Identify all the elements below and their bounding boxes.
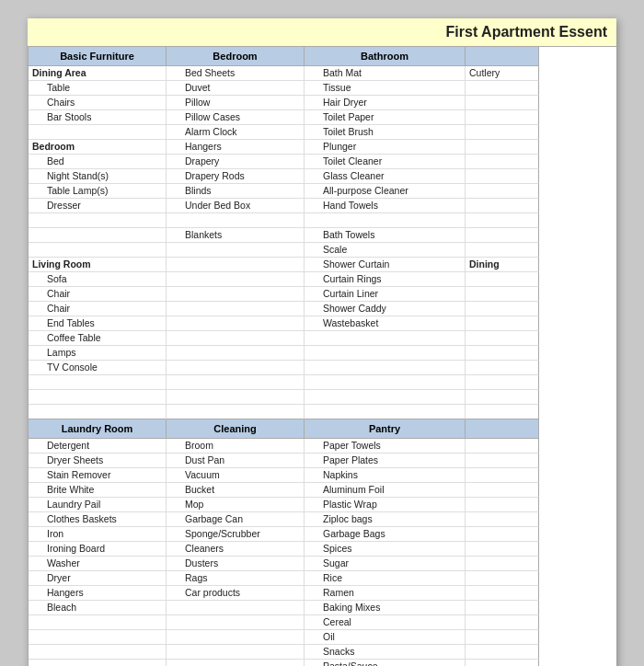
s2-r15-c1: [167, 660, 305, 666]
cell-r6-c2: Toilet Cleaner: [305, 155, 466, 169]
s2-r6-c2: Garbage Bags: [305, 527, 466, 542]
s2-r15-c0: [29, 660, 167, 666]
cell-r12-c2: Scale: [305, 243, 466, 258]
cell-r19-c0: Lamps: [29, 346, 167, 361]
cell-r21-c3: [466, 375, 539, 390]
cell-r1-c0: Table: [29, 81, 167, 96]
cell-r2-c1: Pillow: [167, 96, 305, 110]
s2-r13-c0: [29, 630, 167, 645]
s2-r3-c1: Bucket: [167, 483, 305, 498]
cell-r19-c1: [167, 346, 305, 361]
s2-r14-c2: Snacks: [305, 645, 466, 660]
cell-r20-c3: [466, 361, 539, 375]
cell-r15-c2: Curtain Liner: [305, 287, 466, 302]
cell-r12-c1: [167, 243, 305, 258]
cell-r23-c1: [167, 405, 305, 419]
cell-r18-c2: [305, 331, 466, 346]
cell-r20-c1: [167, 361, 305, 375]
s2-r2-c2: Napkins: [305, 468, 466, 483]
cell-r2-c0: Chairs: [29, 96, 167, 110]
cell-r10-c3: [466, 213, 539, 228]
s2-r2-c0: Stain Remover: [29, 468, 167, 483]
col-header-laundry: Laundry Room: [29, 419, 167, 439]
cell-r5-c2: Plunger: [305, 140, 466, 155]
cell-r6-c1: Drapery: [167, 155, 305, 169]
s2-r9-c2: Rice: [305, 571, 466, 586]
cell-r19-c3: [466, 346, 539, 361]
s2-r11-c2: Baking Mixes: [305, 601, 466, 615]
s2-r6-c0: Iron: [29, 527, 167, 542]
s2-r2-c1: Vacuum: [167, 468, 305, 483]
cell-r3-c3: [466, 110, 539, 125]
cell-r22-c2: [305, 390, 466, 405]
cell-r8-c2: All-purpose Cleaner: [305, 184, 466, 199]
cell-r6-c0: Bed: [29, 155, 167, 169]
cell-r11-c0: [29, 228, 167, 243]
s2-r7-c1: Cleaners: [167, 542, 305, 557]
cell-r15-c3: [466, 287, 539, 302]
s2-r10-c2: Ramen: [305, 586, 466, 601]
page-title: First Apartment Essent: [28, 18, 616, 47]
cell-r7-c2: Glass Cleaner: [305, 169, 466, 184]
cell-r0-c0: Dining Area: [29, 66, 167, 81]
col-header-cleaning: Cleaning: [167, 419, 305, 439]
cell-r14-c1: [167, 272, 305, 287]
s2-r1-c3: [466, 454, 539, 468]
s2-r10-c0: Hangers: [29, 586, 167, 601]
s2-r13-c2: Oil: [305, 630, 466, 645]
cell-r0-c2: Bath Mat: [305, 66, 466, 81]
cell-r13-c2: Shower Curtain: [305, 258, 466, 272]
s2-r5-c3: [466, 512, 539, 527]
cell-r16-c0: Chair: [29, 302, 167, 316]
s2-r0-c2: Paper Towels: [305, 439, 466, 454]
s2-r14-c3: [466, 645, 539, 660]
s2-r6-c1: Sponge/Scrubber: [167, 527, 305, 542]
cell-r15-c1: [167, 287, 305, 302]
cell-r4-c1: Alarm Clock: [167, 125, 305, 140]
cell-r11-c3: [466, 228, 539, 243]
cell-r23-c3: [466, 405, 539, 419]
cell-r21-c1: [167, 375, 305, 390]
cell-r8-c0: Table Lamp(s): [29, 184, 167, 199]
cell-r3-c0: Bar Stools: [29, 110, 167, 125]
cell-r13-c3: Dining: [466, 258, 539, 272]
s2-r9-c0: Dryer: [29, 571, 167, 586]
s2-r0-c0: Detergent: [29, 439, 167, 454]
s2-r13-c1: [167, 630, 305, 645]
cell-r18-c1: [167, 331, 305, 346]
s2-r0-c3: [466, 439, 539, 454]
cell-r14-c0: Sofa: [29, 272, 167, 287]
cell-r14-c3: [466, 272, 539, 287]
cell-r23-c2: [305, 405, 466, 419]
s2-r8-c1: Dusters: [167, 557, 305, 571]
cell-r11-c2: Bath Towels: [305, 228, 466, 243]
col-header-extra: [466, 47, 539, 66]
s2-r5-c1: Garbage Can: [167, 512, 305, 527]
cell-r4-c2: Toilet Brush: [305, 125, 466, 140]
cell-r4-c0: [29, 125, 167, 140]
cell-r16-c2: Shower Caddy: [305, 302, 466, 316]
s2-r5-c0: Clothes Baskets: [29, 512, 167, 527]
cell-r18-c0: Coffee Table: [29, 331, 167, 346]
cell-r9-c2: Hand Towels: [305, 199, 466, 213]
s2-r14-c1: [167, 645, 305, 660]
s2-r8-c2: Sugar: [305, 557, 466, 571]
cell-r8-c1: Blinds: [167, 184, 305, 199]
cell-r5-c0: Bedroom: [29, 140, 167, 155]
cell-r10-c1: [167, 213, 305, 228]
cell-r9-c1: Under Bed Box: [167, 199, 305, 213]
cell-r1-c1: Duvet: [167, 81, 305, 96]
cell-r9-c0: Dresser: [29, 199, 167, 213]
cell-r8-c3: [466, 184, 539, 199]
s2-r4-c3: [466, 498, 539, 512]
cell-r17-c1: [167, 316, 305, 331]
cell-r11-c1: Blankets: [167, 228, 305, 243]
cell-r13-c1: [167, 258, 305, 272]
s2-r1-c2: Paper Plates: [305, 454, 466, 468]
s2-r12-c0: [29, 615, 167, 630]
s2-r7-c2: Spices: [305, 542, 466, 557]
s2-r15-c3: [466, 660, 539, 666]
cell-r17-c3: [466, 316, 539, 331]
s2-r4-c2: Plastic Wrap: [305, 498, 466, 512]
col-header-bathroom: Bathroom: [305, 47, 466, 66]
